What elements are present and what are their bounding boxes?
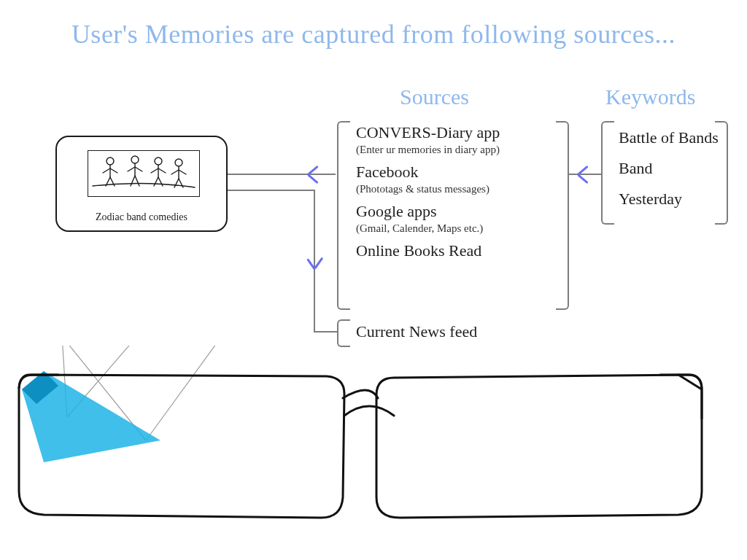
news-feed-item: Current News feed [356,322,477,341]
source-sub: (Enter ur memories in diary app) [356,143,553,156]
bracket-news-left [337,319,350,347]
svg-point-0 [107,158,114,165]
bracket-sources-left [337,121,350,310]
arrow-up-icon [306,254,328,270]
projection-caption: Zodiac band comedies [57,211,226,223]
source-sub: (Gmail, Calender, Maps etc.) [356,222,553,235]
bracket-keywords-left [601,121,614,225]
arrow-left-icon [576,166,592,188]
source-main: Online Books Read [356,241,553,261]
arrow-left-icon [306,166,322,188]
connector-news-h2 [228,190,315,191]
list-item: CONVERS-Diary app (Enter ur memories in … [356,122,553,156]
smart-glasses-illustration [0,346,747,560]
keyword-item: Battle of Bands [619,122,719,153]
sources-list: CONVERS-Diary app (Enter ur memories in … [356,122,553,267]
stick-figures-icon [88,151,199,196]
keyword-item: Yesterday [619,184,719,214]
source-main: Google apps [356,201,553,222]
keyword-item: Band [619,153,719,184]
list-item: Online Books Read [356,241,553,261]
source-sub: (Phototags & status messages) [356,182,553,195]
list-item: Google apps (Gmail, Calender, Maps etc.) [356,201,553,235]
source-main: Facebook [356,162,553,182]
svg-line-7 [146,346,228,440]
projector-lens-icon [22,371,160,462]
projection-card: Zodiac band comedies [55,136,228,232]
connector-news-h1 [314,331,337,332]
sources-header: Sources [400,85,469,109]
bracket-sources-right [556,121,569,310]
svg-point-1 [131,156,139,163]
svg-point-2 [155,158,162,165]
keywords-header: Keywords [605,85,695,109]
list-item: Facebook (Phototags & status messages) [356,162,553,195]
diagram-stage: User's Memories are captured from follow… [0,0,747,560]
projection-image [88,150,200,197]
svg-point-3 [175,159,182,166]
keywords-list: Battle of Bands Band Yesterday [619,122,719,214]
source-main: CONVERS-Diary app [356,122,553,143]
page-title: User's Memories are captured from follow… [0,19,747,50]
